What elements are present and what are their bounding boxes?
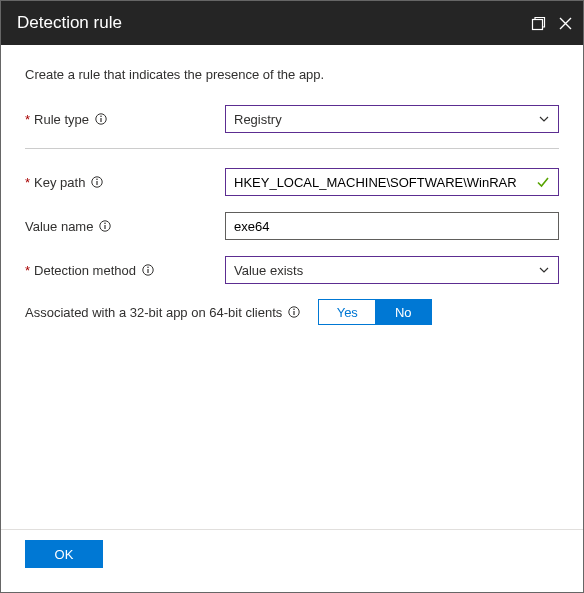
info-icon[interactable] [288, 306, 300, 318]
rule-type-select[interactable]: Registry [225, 105, 559, 133]
select-value: Value exists [234, 263, 303, 278]
row-detection-method: * Detection method Value exists [25, 255, 559, 285]
checkmark-icon [536, 175, 550, 189]
header-icons [531, 16, 573, 31]
label-text: Associated with a 32-bit app on 64-bit c… [25, 305, 282, 320]
field-value-name [225, 212, 559, 240]
row-rule-type: * Rule type Registry [25, 104, 559, 134]
required-asterisk: * [25, 175, 30, 190]
row-key-path: * Key path [25, 167, 559, 197]
divider [25, 148, 559, 149]
label-value-name: Value name [25, 219, 225, 234]
dialog-content: Create a rule that indicates the presenc… [1, 45, 583, 529]
ok-button[interactable]: OK [25, 540, 103, 568]
select-value: Registry [234, 112, 282, 127]
key-path-input[interactable] [234, 175, 526, 190]
svg-rect-14 [294, 311, 295, 315]
label-detection-method: * Detection method [25, 263, 225, 278]
label-rule-type: * Rule type [25, 112, 225, 127]
detection-method-select[interactable]: Value exists [225, 256, 559, 284]
svg-point-12 [147, 267, 149, 269]
chevron-down-icon [538, 113, 550, 125]
toggle-no[interactable]: No [375, 300, 431, 324]
value-name-input-wrapper [225, 212, 559, 240]
intro-text: Create a rule that indicates the presenc… [25, 67, 559, 82]
value-name-input[interactable] [234, 219, 526, 234]
restore-icon[interactable] [531, 16, 546, 31]
row-associated: Associated with a 32-bit app on 64-bit c… [25, 299, 559, 325]
svg-rect-8 [105, 225, 106, 229]
chevron-down-icon [538, 264, 550, 276]
svg-rect-5 [97, 181, 98, 185]
info-icon[interactable] [99, 220, 111, 232]
required-asterisk: * [25, 112, 30, 127]
svg-point-6 [97, 179, 99, 181]
info-icon[interactable] [142, 264, 154, 276]
key-path-input-wrapper [225, 168, 559, 196]
svg-point-3 [100, 116, 102, 118]
svg-point-15 [293, 309, 295, 311]
label-text: Detection method [34, 263, 136, 278]
dialog-header: Detection rule [1, 1, 583, 45]
field-key-path [225, 168, 559, 196]
toggle-group: Yes No [318, 299, 432, 325]
label-associated: Associated with a 32-bit app on 64-bit c… [25, 305, 300, 320]
svg-rect-0 [533, 19, 543, 29]
row-value-name: Value name [25, 211, 559, 241]
toggle-yes[interactable]: Yes [319, 300, 375, 324]
label-text: Rule type [34, 112, 89, 127]
dialog-footer: OK [1, 529, 583, 592]
field-detection-method: Value exists [225, 256, 559, 284]
field-rule-type: Registry [225, 105, 559, 133]
label-text: Key path [34, 175, 85, 190]
svg-point-9 [105, 223, 107, 225]
dialog-title: Detection rule [17, 13, 531, 33]
info-icon[interactable] [91, 176, 103, 188]
label-key-path: * Key path [25, 175, 225, 190]
svg-rect-2 [100, 118, 101, 122]
info-icon[interactable] [95, 113, 107, 125]
svg-rect-11 [147, 269, 148, 273]
required-asterisk: * [25, 263, 30, 278]
label-text: Value name [25, 219, 93, 234]
close-icon[interactable] [558, 16, 573, 31]
